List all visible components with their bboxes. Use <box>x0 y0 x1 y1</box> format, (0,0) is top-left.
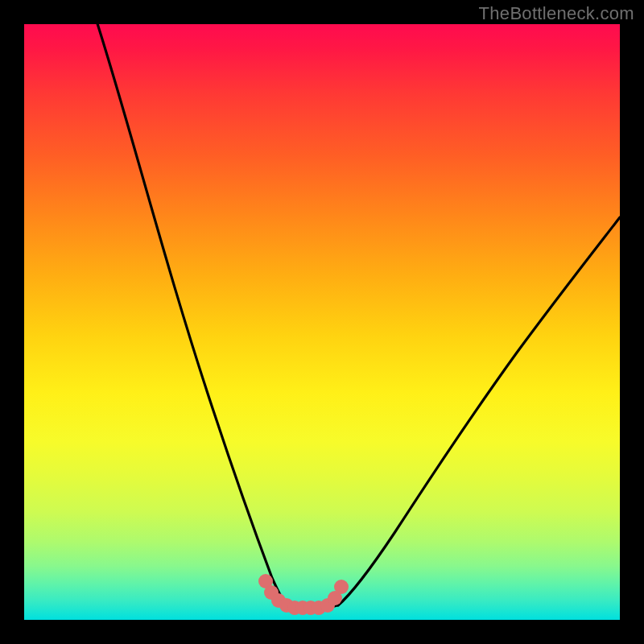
curve-right-arm <box>338 217 620 605</box>
valley-marker-group <box>258 574 349 615</box>
valley-marker <box>334 580 349 594</box>
chart-frame: TheBottleneck.com <box>0 0 644 644</box>
curve-left-arm <box>95 16 288 607</box>
chart-curve-layer <box>24 24 620 620</box>
watermark-text: TheBottleneck.com <box>479 3 634 24</box>
